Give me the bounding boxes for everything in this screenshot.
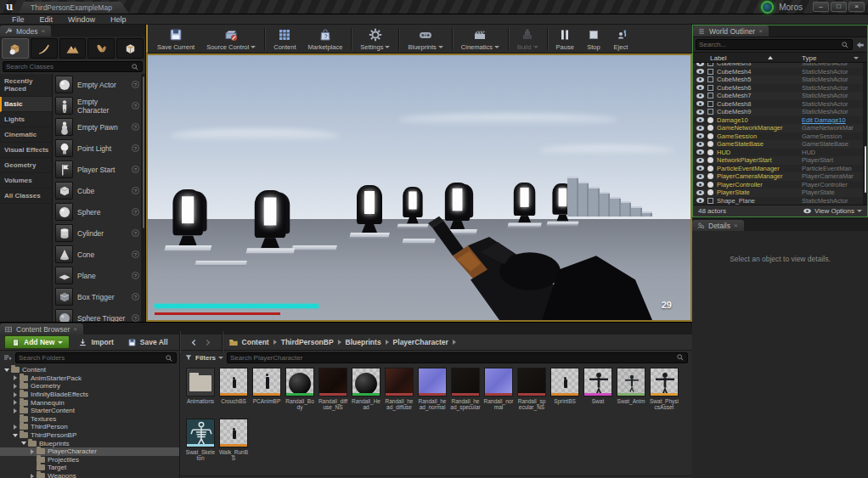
user-avatar[interactable]: [761, 1, 774, 14]
outliner-row-cubemesh9[interactable]: CubeMesh9StaticMeshActor: [693, 108, 867, 116]
toolbar-eject-button[interactable]: Eject: [607, 26, 634, 52]
place-item-cube[interactable]: Cube: [53, 180, 145, 201]
visibility-eye-icon[interactable]: [696, 77, 704, 82]
folder-thirdpersonbp[interactable]: ThirdPersonBP: [0, 431, 179, 440]
folder-textures[interactable]: Textures: [0, 415, 179, 424]
search-classes-input[interactable]: Search Classes: [3, 61, 143, 72]
tab-modes[interactable]: Modes ×: [0, 25, 51, 37]
place-item-box-trigger[interactable]: Box Trigger: [53, 286, 145, 307]
outliner-row-damage10[interactable]: Damage10Edit Damage10: [693, 116, 867, 125]
mode-tab-geometry[interactable]: [116, 38, 144, 59]
column-type[interactable]: Type: [802, 54, 816, 62]
restore-button[interactable]: □: [831, 2, 847, 12]
sources-panel-toggle-icon[interactable]: [3, 353, 13, 363]
place-item-sphere[interactable]: Sphere: [53, 201, 145, 222]
edit-blueprint-link[interactable]: Edit Damage10: [802, 116, 863, 124]
outliner-scrollbar[interactable]: [863, 63, 867, 205]
help-icon[interactable]: [132, 144, 139, 152]
folder-animstarterpack[interactable]: AnimStarterPack: [0, 374, 179, 383]
visibility-eye-icon[interactable]: [696, 85, 704, 90]
category-basic[interactable]: Basic: [0, 97, 52, 112]
menu-help[interactable]: Help: [104, 15, 133, 24]
save-all-button[interactable]: Save All: [122, 337, 173, 348]
outliner-row-gamesession[interactable]: GameSessionGameSession: [693, 132, 867, 141]
outliner-row-gamestatebase[interactable]: GameStateBaseGameStateBase: [693, 140, 867, 149]
outliner-row-hud[interactable]: HUDHUD: [693, 149, 867, 157]
mode-tab-landscape[interactable]: [59, 38, 87, 59]
asset-swat_skeleton[interactable]: Swat_Skeleton: [185, 419, 216, 467]
visibility-eye-icon[interactable]: [696, 133, 704, 138]
outliner-row-cubemesh5[interactable]: CubeMesh5StaticMeshActor: [693, 76, 867, 84]
toolbar-save-current-button[interactable]: Save Current: [151, 26, 200, 52]
folder-target[interactable]: Target: [0, 464, 179, 472]
asset-randall_head_specular[interactable]: Randall_head_specular: [450, 368, 481, 416]
place-item-empty-actor[interactable]: Empty Actor: [53, 74, 145, 95]
asset-swat_physicsasset[interactable]: Swat_PhysicsAsset: [649, 368, 679, 416]
folder-blueprints[interactable]: Blueprints: [0, 439, 179, 447]
forward-arrow-button[interactable]: [203, 338, 212, 347]
help-icon[interactable]: [132, 272, 139, 279]
menu-window[interactable]: Window: [61, 15, 102, 24]
category-lights[interactable]: Lights: [0, 112, 52, 127]
breadcrumb-content[interactable]: Content: [242, 338, 269, 346]
visibility-eye-icon[interactable]: [696, 69, 704, 74]
help-icon[interactable]: [132, 81, 139, 88]
outliner-view-options-button[interactable]: View Options: [803, 206, 862, 216]
toolbar-blueprints-button[interactable]: Blueprints: [402, 26, 448, 52]
folder-geometry[interactable]: Geometry: [0, 382, 179, 391]
breadcrumb-playercharacter[interactable]: PlayerCharacter: [393, 338, 448, 346]
toolbar-source-control-button[interactable]: Source Control: [200, 26, 262, 52]
outliner-search-input[interactable]: Search...: [696, 39, 853, 50]
outliner-row-particleeventmanager[interactable]: ParticleEventManagerParticleEventMan: [693, 165, 867, 173]
place-item-empty-character[interactable]: Empty Character: [53, 95, 145, 116]
asset-crouchbs[interactable]: CrouchBS: [218, 368, 249, 416]
outliner-row-playerstate[interactable]: PlayerStatePlayerState: [693, 188, 867, 197]
help-icon[interactable]: [132, 166, 139, 173]
minimize-button[interactable]: –: [813, 2, 829, 12]
help-icon[interactable]: [132, 250, 139, 258]
visibility-eye-icon[interactable]: [696, 117, 704, 122]
mode-tab-place[interactable]: [2, 38, 29, 59]
asset-randall_head_normal[interactable]: Randall_head_normal: [417, 368, 448, 416]
outliner-column-header[interactable]: Label Type: [693, 52, 867, 63]
tab-world-outliner[interactable]: World Outliner ×: [693, 25, 769, 37]
folder-infinitybladeeffects[interactable]: InfinityBladeEffects: [0, 391, 179, 399]
outliner-row-shape_plane[interactable]: Shape_PlaneStaticMeshActor: [693, 197, 867, 205]
place-item-point-light[interactable]: Point Light: [53, 138, 145, 159]
close-button[interactable]: ×: [848, 2, 865, 12]
visibility-eye-icon[interactable]: [696, 166, 704, 171]
visibility-eye-icon[interactable]: [696, 158, 704, 163]
asset-swat[interactable]: Swat: [583, 368, 613, 416]
visibility-eye-icon[interactable]: [696, 149, 704, 155]
place-item-empty-pawn[interactable]: Empty Pawn: [53, 116, 145, 138]
search-assets-input[interactable]: Search PlayerCharacter: [227, 352, 688, 363]
visibility-eye-icon[interactable]: [696, 126, 704, 131]
folder-startercontent[interactable]: StarterContent: [0, 407, 179, 415]
place-item-plane[interactable]: Plane: [53, 265, 145, 286]
window-title-tab[interactable]: ThirdPersonExampleMap: [19, 2, 129, 14]
asset-randall_head[interactable]: Randall_Head: [351, 368, 381, 416]
category-visual-effects[interactable]: Visual Effects: [0, 143, 52, 158]
close-icon[interactable]: ×: [758, 27, 763, 35]
folder-mannequin[interactable]: Mannequin: [0, 398, 179, 407]
toolbar-cinematics-button[interactable]: Cinematics: [455, 26, 505, 52]
toolbar-pause-button[interactable]: Pause: [550, 26, 580, 52]
help-icon[interactable]: [132, 187, 139, 194]
search-folders-input[interactable]: Search Folders: [15, 352, 177, 363]
asset-pcanimbp[interactable]: PCAnimBP: [251, 368, 282, 416]
category-geometry[interactable]: Geometry: [0, 158, 52, 173]
folder-thirdperson[interactable]: ThirdPerson: [0, 423, 179, 431]
outliner-row-playercameramanager[interactable]: PlayerCameraManagerPlayerCameraMar: [693, 172, 867, 181]
back-arrow-button[interactable]: [189, 338, 199, 347]
visibility-eye-icon[interactable]: [696, 93, 704, 98]
toolbar-stop-button[interactable]: Stop: [580, 26, 607, 52]
add-new-button[interactable]: Add New: [4, 335, 70, 349]
visibility-eye-icon[interactable]: [696, 101, 704, 106]
help-icon[interactable]: [132, 123, 139, 131]
mode-tab-foliage[interactable]: [87, 38, 115, 59]
import-button[interactable]: Import: [73, 337, 118, 348]
help-icon[interactable]: [132, 208, 139, 216]
visibility-eye-icon[interactable]: [696, 174, 704, 179]
outliner-row-cubemesh4[interactable]: CubeMesh4StaticMeshActor: [693, 68, 867, 76]
asset-randall_head_diffuse[interactable]: Randall_head_diffuse: [384, 368, 414, 416]
